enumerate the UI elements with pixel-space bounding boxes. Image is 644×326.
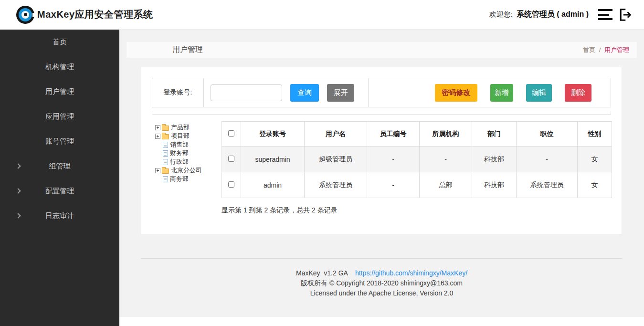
- col-header-username: 用户名: [305, 122, 367, 147]
- delete-button[interactable]: 删除: [565, 84, 591, 102]
- cell-select: [222, 172, 241, 198]
- content-card: 登录账号: 查询 展开 密码修改 新增 编辑 删除 产品部: [141, 67, 622, 234]
- github-link[interactable]: https://github.com/shimingxy/MaxKey/: [355, 269, 467, 277]
- sidebar: 首页 机构管理 用户管理 应用管理 账号管理 组管理 配置管理 日志审计: [0, 30, 119, 326]
- col-header-department: 部门: [472, 122, 517, 147]
- cell-gender: 女: [578, 172, 612, 198]
- table-area: 登录账号 用户名 员工编号 所属机构 部门 职位 性别: [222, 121, 612, 223]
- tree-item-sales-dept[interactable]: 销售部: [155, 140, 222, 149]
- row-checkbox[interactable]: [228, 156, 234, 162]
- col-header-organization: 所属机构: [420, 122, 472, 147]
- col-header-login-account: 登录账号: [241, 122, 305, 147]
- sidebar-item-applications[interactable]: 应用管理: [0, 104, 119, 129]
- add-button[interactable]: 新增: [490, 84, 513, 102]
- cell-employee-no: -: [367, 172, 420, 198]
- login-account-input[interactable]: [211, 84, 282, 101]
- tree-item-business-dept[interactable]: 商务部: [155, 175, 222, 183]
- sidebar-item-accounts[interactable]: 账号管理: [0, 129, 119, 154]
- select-all-checkbox[interactable]: [228, 130, 234, 137]
- sidebar-item-groups[interactable]: 组管理: [0, 154, 119, 179]
- sidebar-item-config[interactable]: 配置管理: [0, 179, 119, 203]
- welcome-label: 欢迎您:: [489, 10, 513, 19]
- product-version: MaxKey v1.2 GA: [296, 269, 348, 277]
- tree-item-admin-dept[interactable]: 行政部: [155, 158, 222, 166]
- logo-core: [21, 11, 29, 19]
- tree-item-beijing-branch[interactable]: 北京分公司: [155, 166, 222, 175]
- main-content: 用户管理 首页 / 用户管理 登录账号: 查询 展开 密码修改 新增 编辑 删除: [119, 30, 644, 317]
- breadcrumb-current: 用户管理: [604, 46, 629, 53]
- maxkey-logo-icon: [16, 6, 34, 24]
- sidebar-item-label: 机构管理: [45, 63, 74, 72]
- expand-button[interactable]: 展开: [327, 84, 354, 102]
- cell-username: 超级管理员: [305, 147, 367, 172]
- tree-item-label: 产品部: [171, 123, 190, 132]
- logo-dot: [24, 13, 27, 16]
- copyright-text: 版权所有 © Copyright 2018-2020 shimingxy@163…: [119, 278, 644, 288]
- current-user: 系统管理员 ( admin ): [517, 10, 589, 20]
- tree-item-project-dept[interactable]: 项目部: [155, 132, 222, 140]
- row-checkbox[interactable]: [228, 181, 234, 188]
- collapsed-advanced-search: [152, 111, 611, 115]
- search-fields: 查询 展开: [204, 78, 369, 107]
- sidebar-item-home[interactable]: 首页: [0, 30, 119, 54]
- sidebar-item-organization[interactable]: 机构管理: [0, 54, 119, 79]
- expand-icon[interactable]: [155, 134, 160, 139]
- edit-button[interactable]: 编辑: [526, 84, 552, 102]
- table-header-select: [222, 122, 241, 147]
- tree-item-label: 北京分公司: [171, 166, 202, 175]
- folder-icon: [162, 168, 169, 174]
- change-password-button[interactable]: 密码修改: [435, 84, 477, 102]
- tree-item-label: 商务部: [170, 175, 189, 183]
- page-title: 用户管理: [172, 45, 203, 55]
- action-buttons: 密码修改 新增 编辑 删除: [369, 78, 611, 107]
- tree-item-finance-dept[interactable]: 财务部: [155, 149, 222, 158]
- cell-login-account: superadmin: [241, 147, 305, 172]
- sidebar-item-label: 组管理: [49, 162, 71, 171]
- breadcrumb-separator: /: [599, 46, 601, 53]
- page-footer: MaxKey v1.2 GA https://github.com/shimin…: [119, 268, 644, 298]
- cell-position: -: [517, 147, 578, 172]
- expand-icon[interactable]: [155, 168, 160, 173]
- sidebar-item-users[interactable]: 用户管理: [0, 79, 119, 104]
- tree-item-label: 销售部: [170, 140, 189, 149]
- app-title: MaxKey应用安全管理系统: [37, 8, 153, 21]
- footer-divider: [141, 258, 622, 259]
- cell-login-account: admin: [241, 172, 305, 198]
- table-header-row: 登录账号 用户名 员工编号 所属机构 部门 职位 性别: [222, 122, 612, 147]
- chevron-right-icon: [15, 163, 21, 168]
- sidebar-item-label: 用户管理: [45, 87, 74, 96]
- pagination-summary: 显示第 1 到第 2 条记录，总共 2 条记录: [222, 206, 612, 215]
- sidebar-item-label: 首页: [53, 38, 67, 47]
- logout-icon[interactable]: [617, 8, 633, 22]
- table-row-superadmin[interactable]: superadmin 超级管理员 - - 科技部 - 女: [222, 147, 612, 172]
- header-right: 欢迎您: 系统管理员 ( admin ): [489, 8, 633, 22]
- file-icon: [163, 176, 168, 182]
- tree-item-label: 项目部: [171, 132, 190, 140]
- expand-icon[interactable]: [155, 125, 160, 130]
- sidebar-item-audit[interactable]: 日志审计: [0, 203, 119, 228]
- breadcrumb-home[interactable]: 首页: [583, 46, 595, 53]
- search-toolbar: 登录账号: 查询 展开 密码修改 新增 编辑 删除: [152, 78, 611, 107]
- department-tree: 产品部 项目部 销售部 财务部: [152, 121, 222, 223]
- folder-icon: [162, 134, 169, 139]
- app-root: { "header": { "app_title": "MaxKey应用安全管理…: [0, 0, 644, 326]
- tree-item-label: 财务部: [170, 149, 189, 158]
- tree-item-product-dept[interactable]: 产品部: [155, 123, 222, 132]
- sidebar-item-label: 日志审计: [45, 211, 74, 221]
- sidebar-item-label: 配置管理: [45, 187, 74, 196]
- cell-employee-no: -: [367, 147, 420, 172]
- page-header-bar: 用户管理 首页 / 用户管理: [127, 42, 637, 58]
- table-row-admin[interactable]: admin 系统管理员 - 总部 科技部 系统管理员 女: [222, 172, 612, 198]
- file-icon: [163, 142, 168, 148]
- menu-toggle-icon[interactable]: [598, 9, 612, 20]
- chevron-right-icon: [15, 213, 21, 218]
- cell-department: 科技部: [472, 147, 517, 172]
- header: MaxKey应用安全管理系统 欢迎您: 系统管理员 ( admin ): [0, 0, 644, 30]
- cell-select: [222, 147, 241, 172]
- cell-organization: -: [420, 147, 472, 172]
- breadcrumb: 首页 / 用户管理: [583, 46, 629, 54]
- query-button[interactable]: 查询: [290, 84, 319, 102]
- tree-item-label: 行政部: [170, 158, 189, 166]
- cell-organization: 总部: [420, 172, 472, 198]
- footer-line-1: MaxKey v1.2 GA https://github.com/shimin…: [119, 268, 644, 278]
